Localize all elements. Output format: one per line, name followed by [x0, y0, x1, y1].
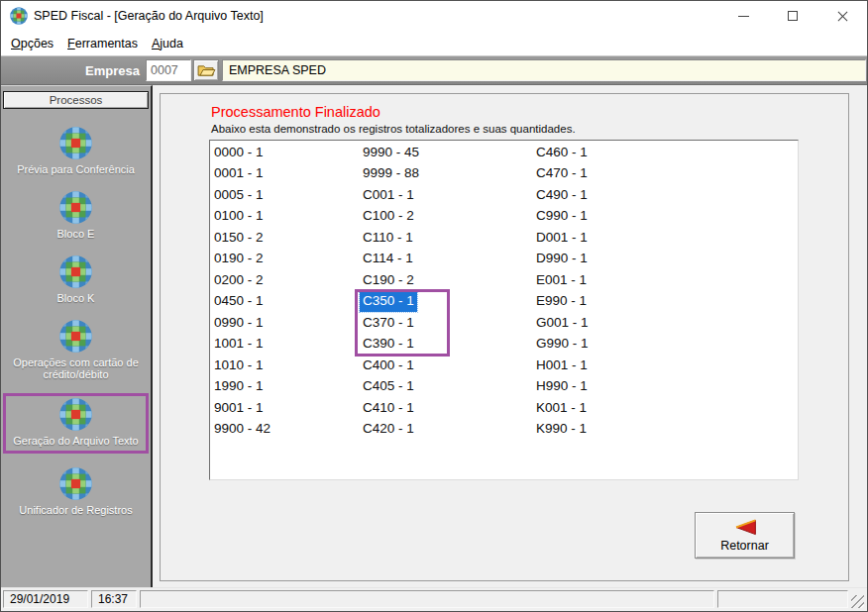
list-item[interactable]: C370 - 1 — [363, 312, 536, 334]
list-item[interactable]: 0001 - 1 — [214, 162, 363, 184]
process-icon — [59, 398, 92, 431]
sidebar-item-label: Bloco K — [57, 292, 95, 304]
list-item[interactable]: H001 - 1 — [536, 355, 798, 376]
sidebar-item-label: Bloco E — [57, 228, 95, 240]
maximize-button[interactable] — [768, 1, 817, 31]
sidebar-items: Prévia para Conferência — [1, 109, 151, 529]
list-column-3: C460 - 1 C470 - 1 C490 - 1 C990 - 1 D001… — [536, 141, 798, 479]
list-column-1: 0000 - 1 0001 - 1 0005 - 1 0100 - 1 0150… — [210, 141, 363, 479]
list-item[interactable]: H990 - 1 — [536, 375, 798, 397]
list-item[interactable]: K001 - 1 — [536, 397, 798, 419]
list-item[interactable]: D990 - 1 — [536, 248, 798, 269]
list-item[interactable]: K990 - 1 — [536, 418, 798, 440]
sidebar-item-operacoes-cartao[interactable]: Operações com cartão de crédito/débito — [2, 317, 150, 382]
process-icon — [59, 127, 92, 159]
result-panel: Processamento Finalizado Abaixo esta dem… — [160, 93, 849, 581]
menu-ferramentas[interactable]: Ferramentas — [60, 34, 145, 53]
list-item[interactable]: C990 - 1 — [536, 205, 798, 227]
list-item[interactable]: C390 - 1 — [363, 333, 536, 355]
title-bar: SPED Fiscal - [Geração do Arquivo Texto] — [1, 1, 867, 31]
list-item[interactable]: 9990 - 45 — [363, 142, 536, 163]
sidebar-item-label: Prévia para Conferência — [17, 163, 135, 175]
list-item[interactable]: 0200 - 2 — [214, 269, 363, 291]
close-icon — [836, 10, 849, 23]
sidebar-item-bloco-e[interactable]: Bloco E — [2, 188, 150, 242]
list-item[interactable]: 1001 - 1 — [214, 333, 363, 355]
result-subheading: Abaixo esta demonstrado os registros tot… — [211, 123, 848, 135]
company-name-field[interactable]: EMPRESA SPED — [222, 59, 866, 81]
process-icon — [59, 320, 92, 353]
minimize-button[interactable] — [718, 1, 768, 31]
list-item[interactable]: 1990 - 1 — [214, 375, 363, 397]
retornar-button[interactable]: Retornar — [695, 512, 795, 559]
register-totals-listbox[interactable]: 0000 - 1 0001 - 1 0005 - 1 0100 - 1 0150… — [209, 140, 799, 480]
list-item-selected[interactable]: C350 - 1 — [363, 290, 536, 312]
list-item[interactable]: G001 - 1 — [536, 312, 798, 334]
list-item[interactable]: E001 - 1 — [536, 269, 798, 291]
close-button[interactable] — [817, 1, 867, 31]
process-icon — [59, 191, 92, 224]
status-time: 16:37 — [91, 590, 137, 608]
sidebar-item-unificador-registros[interactable]: Unificador de Registros — [2, 464, 150, 518]
list-item[interactable]: C190 - 2 — [363, 269, 536, 291]
status-right-panel — [717, 590, 848, 608]
list-item[interactable]: 0150 - 2 — [214, 227, 363, 249]
sidebar-item-label: Operações com cartão de crédito/débito — [8, 357, 145, 380]
open-company-button[interactable] — [193, 59, 219, 81]
list-item[interactable]: C114 - 1 — [363, 248, 536, 269]
selected-register[interactable]: C350 - 1 — [360, 290, 417, 312]
main-area: Processamento Finalizado Abaixo esta dem… — [153, 85, 867, 587]
empresa-code-field[interactable]: 0007 — [146, 59, 191, 81]
sidebar-header: Processos — [3, 91, 149, 109]
list-item[interactable]: C110 - 1 — [363, 227, 536, 249]
app-logo-icon — [10, 7, 28, 25]
list-item[interactable]: C400 - 1 — [363, 355, 536, 376]
menu-opcoes[interactable]: Opções — [4, 34, 60, 53]
sidebar-item-previa-para-conferencia[interactable]: Prévia para Conferência — [2, 124, 150, 177]
list-column-2: 9990 - 45 9999 - 88 C001 - 1 C100 - 2 C1… — [363, 141, 536, 479]
list-item[interactable]: C420 - 1 — [363, 418, 536, 440]
list-item[interactable]: C001 - 1 — [363, 184, 536, 206]
result-heading: Processamento Finalizado — [211, 104, 848, 120]
sidebar-item-label: Unificador de Registros — [19, 504, 132, 516]
list-item[interactable]: 9900 - 42 — [214, 418, 363, 440]
status-date: 29/01/2019 — [3, 590, 88, 608]
list-item[interactable]: 0190 - 2 — [214, 248, 363, 269]
red-left-arrow-icon — [732, 519, 758, 536]
list-item[interactable]: C410 - 1 — [363, 397, 536, 419]
list-item[interactable]: 0990 - 1 — [214, 312, 363, 334]
resize-grip-icon[interactable] — [851, 595, 864, 608]
list-item[interactable]: 9001 - 1 — [214, 397, 363, 419]
sidebar-item-geracao-arquivo-texto[interactable]: Geração do Arquivo Texto — [3, 393, 149, 454]
list-item[interactable]: D001 - 1 — [536, 227, 798, 249]
list-item[interactable]: G990 - 1 — [536, 333, 798, 355]
open-folder-icon — [197, 63, 216, 77]
minimize-icon — [738, 16, 749, 17]
sidebar-processos: Processos — [1, 85, 153, 587]
process-icon — [59, 467, 92, 500]
list-item[interactable]: C100 - 2 — [363, 205, 536, 227]
empresa-label: Empresa — [1, 63, 146, 78]
process-icon — [59, 255, 92, 288]
window-controls — [718, 1, 867, 31]
list-item[interactable]: C460 - 1 — [536, 142, 798, 163]
list-item[interactable]: C405 - 1 — [363, 375, 536, 397]
sidebar-item-bloco-k[interactable]: Bloco K — [2, 253, 150, 306]
list-item[interactable]: C470 - 1 — [536, 162, 798, 184]
list-item[interactable]: 0100 - 1 — [214, 205, 363, 227]
list-item[interactable]: 1010 - 1 — [214, 355, 363, 376]
menu-ajuda[interactable]: Ajuda — [145, 34, 190, 53]
list-item[interactable]: 0000 - 1 — [214, 142, 363, 163]
list-item[interactable]: 0450 - 1 — [214, 290, 363, 312]
maximize-icon — [788, 11, 798, 21]
list-item[interactable]: 0005 - 1 — [214, 184, 363, 206]
window-title: SPED Fiscal - [Geração do Arquivo Texto] — [34, 9, 264, 23]
status-message-panel — [140, 590, 714, 608]
list-item[interactable]: 9999 - 88 — [363, 162, 536, 184]
retornar-button-label: Retornar — [720, 539, 769, 553]
sidebar-item-label: Geração do Arquivo Texto — [13, 435, 138, 447]
list-item[interactable]: E990 - 1 — [536, 290, 798, 312]
empresa-toolbar: Empresa 0007 EMPRESA SPED — [1, 55, 867, 85]
list-item[interactable]: C490 - 1 — [536, 184, 798, 206]
menu-bar: Opções Ferramentas Ajuda — [1, 31, 867, 55]
